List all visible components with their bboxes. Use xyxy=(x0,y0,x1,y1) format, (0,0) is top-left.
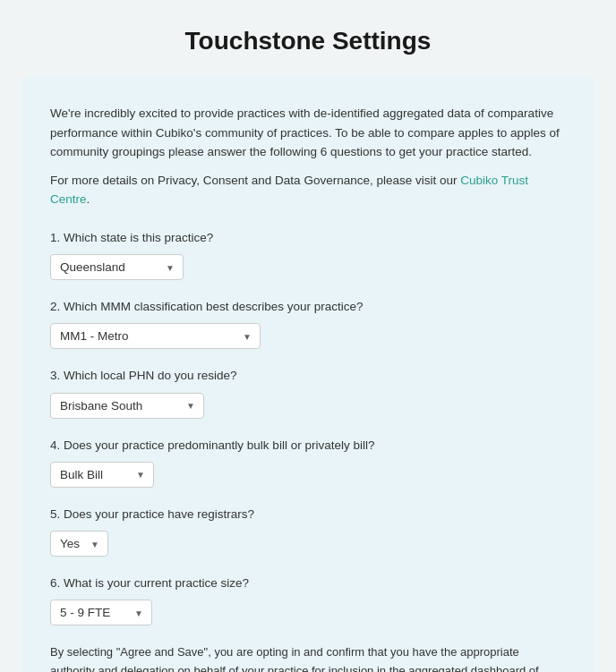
question-6-label: 6. What is your current practice size? xyxy=(50,574,566,592)
page-title: Touchstone Settings xyxy=(185,27,432,55)
question-3-select[interactable]: Brisbane South Brisbane North Gold Coast… xyxy=(50,393,204,419)
question-3-select-wrapper: Brisbane South Brisbane North Gold Coast… xyxy=(50,393,204,419)
question-2-block: 2. Which MMM classification best describ… xyxy=(50,298,566,349)
question-5-select[interactable]: Yes No xyxy=(50,531,108,557)
question-3-block: 3. Which local PHN do you reside? Brisba… xyxy=(50,367,566,418)
question-1-block: 1. Which state is this practice? Queensl… xyxy=(50,229,566,280)
privacy-text-before: For more details on Privacy, Consent and… xyxy=(50,174,460,187)
question-4-label: 4. Does your practice predominantly bulk… xyxy=(50,437,566,455)
settings-card: We're incredibly excited to provide prac… xyxy=(21,77,595,672)
question-1-select-wrapper: Queensland New South Wales Victoria Sout… xyxy=(50,254,184,280)
question-4-block: 4. Does your practice predominantly bulk… xyxy=(50,437,566,488)
privacy-paragraph: For more details on Privacy, Consent and… xyxy=(50,171,566,209)
intro-paragraph1: We're incredibly excited to provide prac… xyxy=(50,104,566,162)
question-6-select-wrapper: 1 - 4 FTE 5 - 9 FTE 10 - 14 FTE 15 - 19 … xyxy=(50,600,152,625)
question-1-label: 1. Which state is this practice? xyxy=(50,229,566,247)
question-6-block: 6. What is your current practice size? 1… xyxy=(50,574,566,625)
consent-text: By selecting "Agree and Save", you are o… xyxy=(50,643,566,672)
question-5-block: 5. Does your practice have registrars? Y… xyxy=(50,506,566,557)
question-1-select[interactable]: Queensland New South Wales Victoria Sout… xyxy=(50,254,184,280)
question-6-select[interactable]: 1 - 4 FTE 5 - 9 FTE 10 - 14 FTE 15 - 19 … xyxy=(50,600,152,625)
question-5-label: 5. Does your practice have registrars? xyxy=(50,506,566,523)
question-2-select[interactable]: MM1 - Metro MM2 - Regional Centre MM3 - … xyxy=(50,323,261,349)
question-4-select-wrapper: Bulk Bill Privately Bill Mixed xyxy=(50,462,154,488)
question-3-label: 3. Which local PHN do you reside? xyxy=(50,367,566,385)
question-2-label: 2. Which MMM classification best describ… xyxy=(50,298,566,316)
question-5-select-wrapper: Yes No xyxy=(50,531,108,557)
question-4-select[interactable]: Bulk Bill Privately Bill Mixed xyxy=(50,462,154,488)
question-2-select-wrapper: MM1 - Metro MM2 - Regional Centre MM3 - … xyxy=(50,323,261,349)
